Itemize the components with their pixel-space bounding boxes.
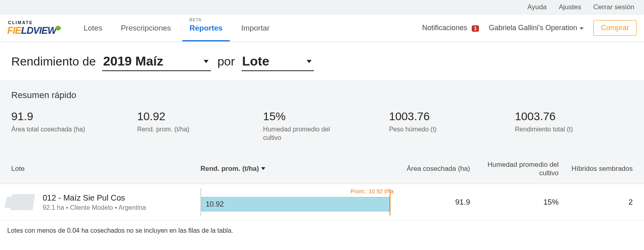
logo: CLIMATE FIELDVIEW <box>7 20 60 35</box>
notifications-label: Notificaciones <box>422 24 467 32</box>
nav-reportes-label: Reportes <box>190 24 223 33</box>
headline-by: por <box>217 55 235 68</box>
report-headline: Rendimiento de 2019 Maíz por Lote <box>0 42 644 80</box>
metric-value: 10.92 <box>137 110 255 123</box>
humedad-value: 15% <box>470 198 559 207</box>
metric-value: 1003.76 <box>515 110 633 123</box>
field-thumb-icon <box>10 194 35 210</box>
notifications-link[interactable]: Notificaciones 1 <box>422 24 479 32</box>
metric-label: Área total cosechada (ha) <box>11 125 92 134</box>
metric-label: Peso húmedo (t) <box>389 125 469 134</box>
logo-top: CLIMATE <box>8 20 60 25</box>
crop-year-select[interactable]: 2019 Maíz <box>102 54 211 71</box>
nav-lotes[interactable]: Lotes <box>76 14 109 41</box>
grouping-value: Lote <box>242 54 270 69</box>
operation-dropdown[interactable]: Gabriela Gallini's Operation <box>489 24 584 32</box>
nav-right: Notificaciones 1 Gabriela Gallini's Oper… <box>422 20 637 36</box>
logout-link[interactable]: Cerrar sesión <box>593 3 634 11</box>
metric-value: 15% <box>263 110 381 123</box>
logo-part2: LDVIEW <box>21 26 56 35</box>
nav-importar-label: Importar <box>241 24 270 33</box>
dropdown-icon <box>204 60 208 63</box>
rend-cell: Prom.: 10.92 t/ha10.92 <box>200 188 394 216</box>
metrics-row: 91.9Área total cosechada (ha)10.92Rend. … <box>11 110 633 142</box>
summary-title: Resumen rápido <box>11 90 633 100</box>
notifications-badge: 1 <box>472 25 479 32</box>
col-rend[interactable]: Rend. prom. (t/ha) <box>200 165 394 173</box>
headline-prefix: Rendimiento de <box>11 55 96 68</box>
footnote: Lotes con menos de 0.04 ha cosechados no… <box>0 221 644 241</box>
grouping-select[interactable]: Lote <box>242 54 314 71</box>
lote-subtitle: 92.1 ha • Cliente Modelo • Argentina <box>43 204 146 211</box>
metric-label: Rend. prom. (t/ha) <box>137 125 218 134</box>
avg-marker <box>390 189 390 215</box>
metric-value: 1003.76 <box>389 110 507 123</box>
nav-importar[interactable]: Importar <box>234 14 277 41</box>
nav-prescripciones[interactable]: Prescripciones <box>114 14 178 41</box>
col-lote[interactable]: Lote <box>11 165 200 173</box>
metric: 91.9Área total cosechada (ha) <box>11 110 129 142</box>
metric-label: Humedad promedio del cultivo <box>263 125 344 142</box>
quick-summary: Resumen rápido 91.9Área total cosechada … <box>0 80 644 154</box>
lote-name: 012 - Maíz Sie Pul Cos <box>43 193 146 203</box>
metric: 1003.76Peso húmedo (t) <box>389 110 507 142</box>
logo-part1: FIE <box>7 26 21 35</box>
metric: 10.92Rend. prom. (t/ha) <box>137 110 255 142</box>
table-header: Lote Rend. prom. (t/ha) Área cosechada (… <box>0 154 644 184</box>
hibridos-value: 2 <box>559 198 633 207</box>
metric: 15%Humedad promedio del cultivo <box>263 110 381 142</box>
area-value: 91.9 <box>394 198 470 207</box>
nav-bar: CLIMATE FIELDVIEW Lotes Prescripciones B… <box>0 14 644 42</box>
table-row[interactable]: 012 - Maíz Sie Pul Cos92.1 ha • Cliente … <box>0 184 644 221</box>
rend-bar: 10.92 <box>201 197 390 211</box>
beta-badge: BETA <box>190 18 202 22</box>
col-rend-label: Rend. prom. (t/ha) <box>200 165 259 173</box>
col-humedad[interactable]: Humedad promedio del cultivo <box>470 160 559 178</box>
crop-year-value: 2019 Maíz <box>103 54 163 69</box>
metric: 1003.76Rendimiento total (t) <box>515 110 633 142</box>
table-body: 012 - Maíz Sie Pul Cos92.1 ha • Cliente … <box>0 184 644 221</box>
buy-button[interactable]: Comprar <box>593 20 637 36</box>
nav-reportes[interactable]: BETA Reportes <box>182 14 230 41</box>
nav-lotes-label: Lotes <box>84 24 102 33</box>
col-area[interactable]: Área cosechada (ha) <box>394 164 470 173</box>
sort-desc-icon <box>261 167 265 170</box>
nav-items: Lotes Prescripciones BETA Reportes Impor… <box>76 14 277 41</box>
metric-value: 91.9 <box>11 110 129 123</box>
settings-link[interactable]: Ajustes <box>559 3 581 11</box>
metric-label: Rendimiento total (t) <box>515 125 595 134</box>
help-link[interactable]: Ayuda <box>527 3 547 11</box>
chevron-down-icon <box>580 27 584 30</box>
dropdown-icon <box>307 60 312 63</box>
operation-label: Gabriela Gallini's Operation <box>489 24 577 32</box>
avg-label: Prom.: 10.92 t/ha <box>351 188 394 195</box>
utility-bar: Ayuda Ajustes Cerrar sesión <box>0 0 644 14</box>
col-hibridos[interactable]: Híbridos sembrados <box>559 164 633 173</box>
nav-prescripciones-label: Prescripciones <box>121 24 171 33</box>
